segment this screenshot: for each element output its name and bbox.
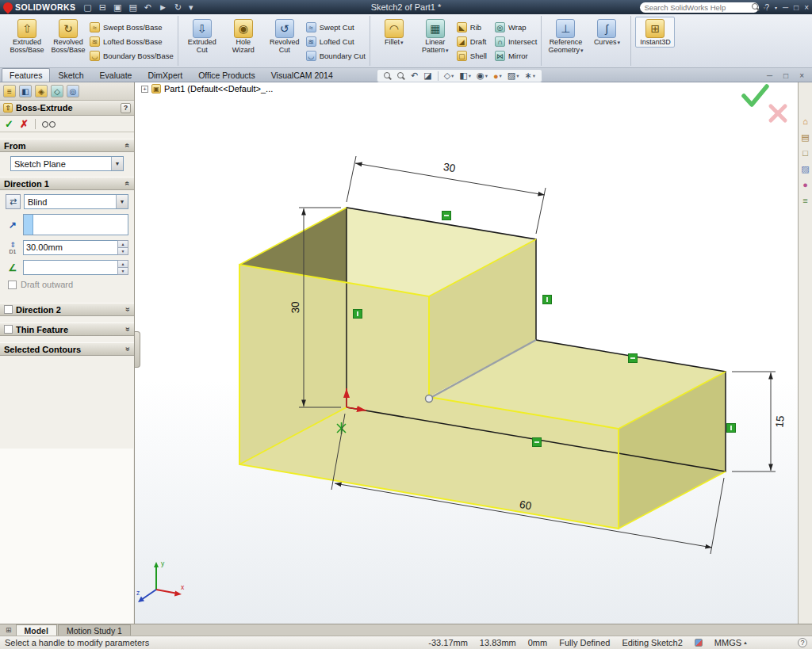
depth-value[interactable]: 30.00mm	[23, 240, 117, 255]
section-view-icon[interactable]: ◪	[423, 71, 431, 81]
new-button[interactable]: ▢	[83, 2, 91, 13]
selected-contours-section-header[interactable]: Selected Contours «	[0, 342, 134, 356]
flyout-feature-tree[interactable]: + ▣ Part1 (Default<<Default>_...	[141, 84, 273, 94]
minimize-button[interactable]: ─	[783, 3, 788, 12]
draft-angle-icon[interactable]: ∠	[6, 262, 20, 273]
save-button[interactable]: ▣	[113, 2, 121, 13]
direction2-checkbox[interactable]	[4, 305, 13, 314]
fillet-button[interactable]: ◠ Fillet▾	[374, 17, 414, 48]
pm-ok-button[interactable]: ✓	[5, 118, 13, 130]
wrap-button[interactable]: ◎ Wrap	[495, 21, 537, 33]
rebuild-button[interactable]: ↻	[174, 2, 182, 13]
search-input[interactable]	[644, 3, 749, 12]
zoom-to-fit-icon[interactable]	[384, 72, 392, 80]
thin-feature-section-header[interactable]: Thin Feature «	[0, 323, 134, 336]
view-settings-icon[interactable]: ∗▾	[525, 71, 535, 81]
collapse-chevron-icon[interactable]: «	[124, 143, 132, 148]
tab-visualcam[interactable]: VisualCAM 2014	[263, 68, 341, 82]
doc-restore-button[interactable]: □	[783, 71, 788, 80]
curves-caret-icon[interactable]: ▾	[617, 40, 620, 45]
editing-status[interactable]: Editing Sketch2	[622, 638, 682, 647]
collapse-chevron-icon[interactable]: «	[124, 181, 132, 186]
from-section-header[interactable]: From «	[0, 139, 134, 152]
file-explorer-icon[interactable]: □	[802, 149, 808, 158]
doc-minimize-button[interactable]: ─	[767, 71, 772, 80]
instant3d-button[interactable]: ⊞ Instant3D	[635, 17, 675, 48]
tab-dimxpert[interactable]: DimXpert	[140, 68, 190, 82]
relation-badge-right-edge[interactable]	[727, 424, 736, 433]
draft-spin-down[interactable]: ▼	[118, 267, 128, 274]
unit-system-selector[interactable]: MMGS▲	[714, 638, 748, 647]
edit-appearance-icon[interactable]: ●▾	[493, 71, 502, 81]
dimxpertmanager-tab[interactable]: ◇	[51, 85, 63, 97]
relation-badge-step-edge[interactable]	[543, 296, 552, 304]
doc-close-button[interactable]: ×	[799, 71, 804, 80]
options-button[interactable]: ▾	[189, 2, 193, 13]
open-button[interactable]: ⊟	[99, 2, 106, 13]
curves-button[interactable]: ∫ Curves▾	[587, 17, 626, 48]
reverse-direction-button[interactable]: ⇄	[6, 194, 21, 209]
help-search[interactable]: ▾	[640, 2, 759, 13]
swept-boss-base-button[interactable]: ≈ Swept Boss/Base	[90, 21, 174, 33]
custom-properties-icon[interactable]: ≡	[802, 197, 807, 205]
thin-feature-checkbox[interactable]	[4, 325, 13, 334]
help-button[interactable]: ?	[764, 3, 769, 12]
expand-chevron-icon[interactable]: «	[124, 327, 132, 332]
pm-cancel-button[interactable]: ✗	[20, 118, 29, 130]
depth-spin-down[interactable]: ▼	[118, 247, 128, 254]
boundary-cut-button[interactable]: ◡ Boundary Cut	[306, 50, 366, 62]
relation-badge-step-top-edge[interactable]	[629, 354, 638, 363]
revolved-boss-base-button[interactable]: ↻ Revolved Boss/Base	[48, 17, 88, 55]
expand-chevron-icon[interactable]: «	[124, 307, 132, 312]
relation-badge-top-edge[interactable]	[442, 212, 451, 220]
pm-help-button[interactable]: ?	[121, 103, 131, 113]
propertymanager-tab[interactable]: ◧	[19, 85, 32, 97]
previous-view-icon[interactable]: ↶	[411, 71, 418, 81]
tab-evaluate[interactable]: Evaluate	[92, 68, 140, 82]
feature-tree-root[interactable]: Part1 (Default<<Default>_...	[164, 84, 273, 94]
hide-show-items-icon[interactable]: ◉▾	[477, 71, 488, 81]
dropdown-caret-icon[interactable]: ▼	[116, 195, 128, 208]
tab-scroll-icon[interactable]: ⊞	[2, 624, 15, 636]
close-button[interactable]: ×	[804, 3, 809, 12]
tab-sketch[interactable]: Sketch	[50, 68, 91, 82]
draft-angle-field[interactable]: ▲ ▼	[23, 260, 128, 275]
zoom-to-area-icon[interactable]	[397, 72, 405, 80]
motion-study-tab[interactable]: Motion Study 1	[58, 624, 131, 636]
status-help-icon[interactable]: ?	[798, 638, 807, 647]
relation-badge-bottom-edge[interactable]	[533, 438, 542, 447]
undo-button[interactable]: ↶	[144, 2, 151, 13]
configurationmanager-tab[interactable]: ◈	[35, 85, 48, 97]
draft-spin-up[interactable]: ▲	[118, 261, 128, 267]
extruded-boss-base-button[interactable]: ⇧ Extruded Boss/Base	[7, 17, 47, 55]
restore-button[interactable]: □	[794, 3, 799, 12]
direction-reference-selection-box[interactable]	[23, 214, 128, 235]
extrude-preview-model[interactable]	[239, 208, 726, 529]
depth-field[interactable]: 30.00mm ▲ ▼	[23, 240, 128, 255]
start-condition-dropdown[interactable]: Sketch Plane ▼	[10, 156, 124, 171]
draft-angle-value[interactable]	[23, 260, 117, 275]
rib-button[interactable]: ◣ Rib	[457, 21, 487, 33]
lofted-boss-base-button[interactable]: ≋ Lofted Boss/Base	[90, 36, 174, 48]
linear-pattern-caret-icon[interactable]: ▾	[446, 48, 449, 53]
swept-cut-button[interactable]: ≈ Swept Cut	[306, 21, 366, 33]
revolved-cut-button[interactable]: ↺ Revolved Cut	[265, 17, 304, 55]
model-tab[interactable]: Model	[16, 624, 57, 636]
view-palette-icon[interactable]: ▨	[801, 165, 809, 174]
graphics-area[interactable]: 30 30 60 15	[135, 82, 798, 624]
detailed-preview-icon[interactable]	[42, 120, 56, 128]
draft-outward-checkbox[interactable]	[8, 281, 17, 289]
help-caret-icon[interactable]: ▾	[775, 5, 777, 10]
tree-expander-icon[interactable]: +	[141, 86, 148, 93]
select-button[interactable]: ►	[159, 2, 167, 12]
reference-geometry-caret-icon[interactable]: ▾	[580, 48, 584, 53]
print-button[interactable]: ▤	[128, 2, 136, 13]
tab-features[interactable]: Features	[2, 68, 50, 82]
design-library-icon[interactable]: ▤	[801, 133, 809, 142]
displaymanager-tab[interactable]: ◎	[67, 85, 79, 97]
boundary-boss-base-button[interactable]: ◡ Boundary Boss/Base	[90, 50, 174, 62]
confirm-cancel-icon[interactable]	[771, 106, 785, 120]
display-style-icon[interactable]: ◧▾	[459, 71, 471, 81]
relation-badge-left-edge[interactable]	[354, 310, 362, 319]
extruded-cut-button[interactable]: ⇩ Extruded Cut	[182, 17, 222, 55]
